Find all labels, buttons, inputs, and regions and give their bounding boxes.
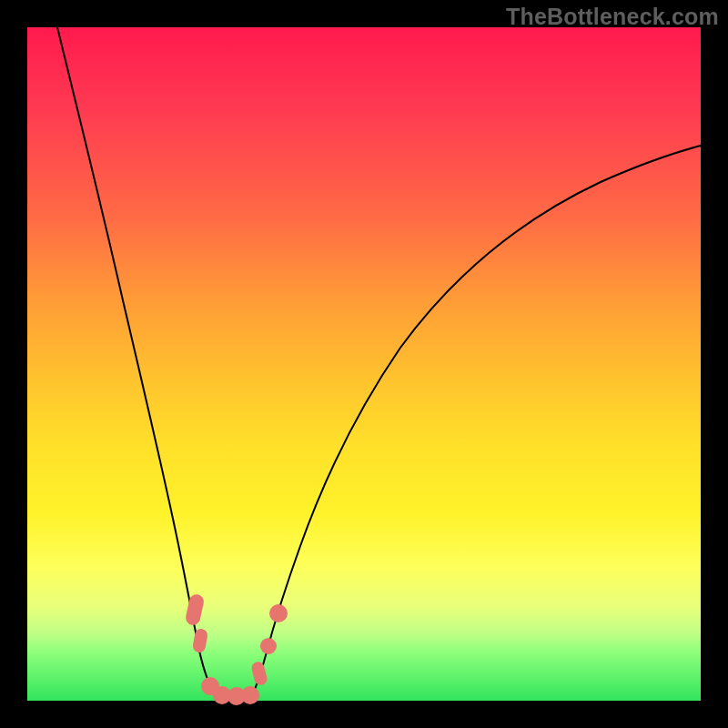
- watermark-text: TheBottleneck.com: [506, 4, 719, 30]
- marker-pill: [185, 593, 206, 627]
- marker-dot: [269, 604, 288, 622]
- curves-layer: [27, 27, 701, 701]
- marker-dot: [241, 686, 259, 704]
- markers-group: [185, 593, 288, 705]
- chart-stage: TheBottleneck.com: [0, 0, 728, 728]
- marker-pill: [192, 628, 208, 653]
- marker-pill: [250, 661, 268, 687]
- curve-right: [249, 146, 701, 701]
- marker-dot: [260, 638, 277, 654]
- plot-area: [27, 27, 701, 701]
